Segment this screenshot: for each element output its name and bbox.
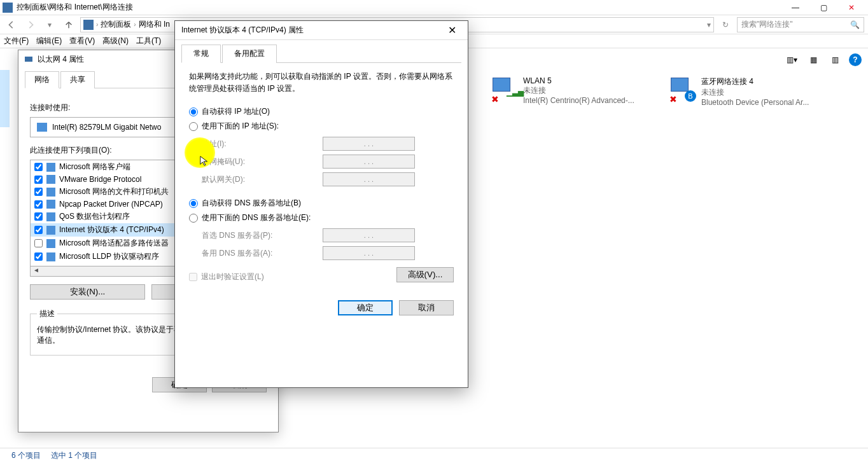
wlan-icon: ✖ ▁▃▅	[490, 76, 518, 104]
radio-auto-ip[interactable]	[189, 107, 198, 116]
window-titlebar: 控制面板\网络和 Internet\网络连接 — ▢ ✕	[0, 0, 868, 15]
menu-view[interactable]: 查看(V)	[69, 36, 95, 46]
exit-verify-checkbox	[189, 273, 197, 281]
gateway-input: . . .	[323, 172, 415, 186]
dns1-input: . . .	[323, 228, 415, 242]
radio-manual-dns-label: 使用下面的 DNS 服务器地址(E):	[202, 212, 311, 223]
protocol-checkbox[interactable]	[34, 239, 43, 247]
status-bar: 6 个项目 选中 1 个项目	[0, 448, 868, 463]
ok-button[interactable]: 确定	[338, 300, 393, 315]
connection-bluetooth[interactable]: ✖ B 蓝牙网络连接 4 未连接 Bluetooth Device (Perso…	[668, 76, 827, 107]
protocol-icon	[46, 163, 55, 172]
chevron-right-icon: ›	[96, 21, 98, 28]
protocol-label: QoS 数据包计划程序	[59, 211, 130, 222]
dialog-titlebar[interactable]: Internet 协议版本 4 (TCP/IPv4) 属性 ✕	[175, 21, 468, 40]
svg-rect-0	[25, 57, 32, 62]
label-gateway: 默认网关(D):	[202, 174, 323, 185]
connection-status: 未连接	[701, 87, 809, 98]
ipv4-properties-dialog: Internet 协议版本 4 (TCP/IPv4) 属性 ✕ 常规 备用配置 …	[174, 20, 468, 388]
protocol-label: Microsoft LLDP 协议驱动程序	[59, 251, 159, 262]
maximize-button[interactable]: ▢	[809, 0, 837, 15]
info-text: 如果网络支持此功能，则可以获取自动指派的 IP 设置。否则，你需要从网络系统管理…	[189, 71, 454, 95]
menu-advanced[interactable]: 高级(N)	[102, 36, 129, 46]
details-pane-button[interactable]: ▥	[827, 52, 843, 67]
tab-alternate[interactable]: 备用配置	[222, 45, 277, 63]
toolbar-right: ▥▾ ▦ ▥ ?	[784, 52, 862, 67]
dialog-title: 以太网 4 属性	[38, 54, 84, 65]
protocol-checkbox[interactable]	[34, 188, 43, 196]
radio-manual-dns[interactable]	[189, 214, 198, 223]
breadcrumb-dropdown[interactable]: ▾	[707, 20, 711, 29]
status-item-count: 6 个项目	[11, 450, 41, 461]
connection-name: 蓝牙网络连接 4	[701, 76, 809, 87]
protocol-checkbox[interactable]	[34, 252, 43, 261]
protocol-icon	[46, 212, 55, 221]
nav-forward-button[interactable]	[23, 17, 38, 32]
protocol-checkbox[interactable]	[34, 176, 43, 184]
radio-manual-ip-label: 使用下面的 IP 地址(S):	[202, 121, 279, 132]
protocol-icon	[46, 226, 55, 235]
tab-general[interactable]: 常规	[181, 45, 221, 63]
connection-device: Bluetooth Device (Personal Ar...	[701, 98, 809, 107]
protocol-icon	[46, 200, 55, 209]
label-ip-address: 地址(I):	[202, 139, 323, 149]
close-button[interactable]: ✕	[837, 0, 865, 15]
adapter-name: Intel(R) 82579LM Gigabit Netwo	[52, 123, 161, 132]
cancel-button[interactable]: 取消	[399, 300, 454, 315]
ethernet-icon	[24, 54, 34, 64]
radio-auto-ip-label: 自动获得 IP 地址(O)	[202, 106, 270, 117]
nav-up-button[interactable]	[61, 17, 76, 32]
close-button[interactable]: ✕	[442, 22, 461, 39]
nav-back-button[interactable]	[4, 17, 19, 32]
subnet-input: . . .	[323, 155, 415, 169]
connection-name: WLAN 5	[523, 76, 634, 85]
protocol-icon	[46, 252, 55, 261]
dns2-input: . . .	[323, 246, 415, 260]
protocol-icon	[46, 188, 55, 197]
description-legend: 描述	[37, 308, 57, 319]
breadcrumb-icon	[83, 20, 94, 30]
nav-dropdown-button[interactable]: ▾	[42, 17, 57, 32]
help-icon[interactable]: ?	[849, 53, 862, 66]
advanced-button[interactable]: 高级(V)...	[396, 267, 454, 282]
connection-wlan[interactable]: ✖ ▁▃▅ WLAN 5 未连接 Intel(R) Centrino(R) Ad…	[490, 76, 649, 107]
protocol-label: Microsoft 网络适配器多路传送器	[59, 238, 169, 249]
radio-auto-dns-label: 自动获得 DNS 服务器地址(B)	[202, 198, 301, 209]
label-dns2: 备用 DNS 服务器(A):	[202, 248, 323, 259]
view-mode-button[interactable]: ▥▾	[784, 52, 799, 67]
menu-edit[interactable]: 编辑(E)	[36, 36, 62, 46]
group-button[interactable]: ▦	[806, 52, 821, 67]
protocol-label: Npcap Packet Driver (NPCAP)	[59, 200, 163, 209]
adapter-icon	[37, 123, 47, 132]
breadcrumb-item[interactable]: 控制面板	[101, 19, 131, 30]
dialog-title: Internet 协议版本 4 (TCP/IPv4) 属性	[181, 25, 304, 36]
protocol-checkbox[interactable]	[34, 200, 43, 209]
radio-manual-ip[interactable]	[189, 122, 198, 131]
label-dns1: 首选 DNS 服务器(P):	[202, 230, 323, 241]
minimize-button[interactable]: —	[781, 0, 809, 15]
tab-share[interactable]: 共享	[60, 71, 95, 88]
app-icon	[3, 3, 13, 13]
tab-network[interactable]: 网络	[25, 71, 59, 88]
protocol-label: Microsoft 网络的文件和打印机共	[59, 186, 169, 197]
connection-device: Intel(R) Centrino(R) Advanced-...	[523, 96, 634, 105]
menu-file[interactable]: 文件(F)	[4, 36, 29, 46]
protocol-checkbox[interactable]	[34, 163, 43, 171]
ip-address-input: . . .	[323, 137, 415, 151]
install-button[interactable]: 安装(N)...	[30, 284, 145, 300]
breadcrumb-item[interactable]: 网络和 In	[139, 19, 170, 30]
protocol-checkbox[interactable]	[34, 212, 43, 221]
search-input[interactable]: 搜索"网络连接" 🔍	[737, 17, 864, 32]
protocol-label: VMware Bridge Protocol	[59, 175, 141, 184]
protocol-icon	[46, 175, 55, 184]
protocol-icon	[46, 239, 55, 248]
connection-status: 未连接	[523, 85, 634, 96]
protocol-checkbox[interactable]	[34, 226, 43, 234]
window-title: 控制面板\网络和 Internet\网络连接	[17, 2, 781, 13]
menu-tools[interactable]: 工具(T)	[136, 36, 161, 46]
exit-verify-label: 退出时验证设置(L)	[201, 272, 264, 282]
protocol-label: Microsoft 网络客户端	[59, 162, 130, 172]
radio-auto-dns[interactable]	[189, 199, 198, 208]
refresh-button[interactable]: ↻	[718, 17, 733, 32]
selected-item-strip	[0, 70, 10, 127]
